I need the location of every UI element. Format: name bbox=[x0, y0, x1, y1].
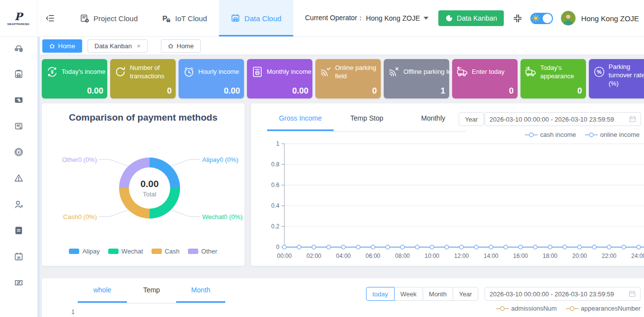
flow-date-range-picker[interactable]: 2026-03-10 00:00:00 - 2026-03-10 23:59:5… bbox=[485, 287, 641, 301]
stat-card-label: Online parking field bbox=[335, 63, 380, 81]
range-button-today[interactable]: today bbox=[366, 287, 395, 301]
legend-label: admissionsNum bbox=[511, 305, 556, 312]
legend-item-wechat[interactable]: Wechat bbox=[108, 248, 143, 255]
sidebar-item-member-user[interactable] bbox=[14, 199, 24, 209]
sidebar-item-billing-invoice[interactable]: ¥ bbox=[14, 121, 24, 131]
stat-card-value: 1 bbox=[441, 86, 445, 96]
calendar-icon bbox=[629, 116, 636, 123]
sidebar-item-ledger-register[interactable] bbox=[14, 225, 24, 235]
sidebar-item-coupon-ticket[interactable] bbox=[14, 278, 24, 287]
collapse-menu-icon[interactable] bbox=[45, 13, 55, 23]
project-cloud-icon bbox=[80, 13, 90, 23]
tab-temp-stop[interactable]: Temp Stop bbox=[334, 113, 400, 131]
vehicle-flow-panel: whole Temp Month today Week Month Year 2… bbox=[42, 278, 644, 317]
sidebar-item-toll-coin[interactable]: ¥ bbox=[14, 147, 24, 157]
nav-item-label: Project Cloud bbox=[93, 14, 138, 23]
clipboard-car-icon bbox=[14, 69, 24, 79]
nav-item-project-cloud[interactable]: Project Cloud bbox=[68, 0, 150, 36]
svg-text:¥: ¥ bbox=[18, 150, 20, 155]
pie-chart-icon bbox=[445, 14, 453, 22]
sidebar-item-parking-record[interactable] bbox=[14, 69, 24, 79]
stat-card-label: Today's appearance bbox=[540, 63, 585, 81]
legend-item-other[interactable]: Other bbox=[188, 248, 217, 255]
svg-text:20:00: 20:00 bbox=[572, 253, 587, 259]
sidebar-item-alarm-warning[interactable] bbox=[14, 173, 24, 183]
line-marker-icon bbox=[585, 132, 598, 137]
svg-text:0.8: 0.8 bbox=[271, 161, 279, 168]
legend-item-alipay[interactable]: Alipay bbox=[69, 248, 99, 255]
workspace-tab-data-kanban[interactable]: Data Kanban × bbox=[88, 39, 148, 53]
legend-swatch bbox=[69, 249, 79, 254]
user-avatar[interactable] bbox=[561, 11, 576, 26]
workspace-tab-home-active[interactable]: Home bbox=[42, 39, 82, 53]
legend-item-cash-income[interactable]: cash income bbox=[525, 131, 576, 138]
close-icon[interactable]: × bbox=[137, 42, 141, 50]
theme-toggle[interactable] bbox=[530, 13, 553, 24]
chevron-down-icon[interactable] bbox=[424, 17, 429, 20]
data-kanban-button[interactable]: Data Kanban bbox=[438, 10, 504, 26]
payment-panel-title: Comparison of payment methods bbox=[42, 112, 245, 123]
donut-center: 0.00 Total bbox=[129, 167, 170, 209]
stat-card-label: Offline parking lot bbox=[403, 63, 449, 81]
legend-swatch bbox=[108, 249, 119, 254]
sidebar-scrollbar[interactable] bbox=[37, 37, 40, 317]
workspace-tab-label: Data Kanban bbox=[94, 42, 132, 50]
refresh-icon bbox=[114, 65, 127, 78]
legend-item-online-income[interactable]: online income bbox=[585, 131, 640, 138]
flow-range-buttons: today Week Month Year bbox=[366, 287, 478, 301]
line-marker-icon bbox=[525, 132, 538, 137]
wifi-x-icon bbox=[388, 65, 400, 78]
logo-monogram: P bbox=[15, 11, 23, 22]
tab-temp[interactable]: Temp bbox=[127, 285, 176, 303]
coin-yen-icon: ¥ bbox=[14, 147, 24, 157]
exit-fullscreen-icon[interactable] bbox=[513, 13, 522, 23]
register-book-icon bbox=[14, 225, 24, 235]
line-marker-icon bbox=[566, 306, 579, 311]
svg-text:30: 30 bbox=[17, 256, 21, 259]
stat-card-value: 0 bbox=[509, 86, 514, 96]
donut-total-value: 0.00 bbox=[141, 179, 159, 190]
sidebar-item-vehicle-service[interactable] bbox=[14, 43, 24, 53]
range-button-week[interactable]: Week bbox=[394, 287, 423, 301]
sidebar-item-monthly-calendar[interactable]: 30 bbox=[14, 252, 24, 261]
svg-text:18:00: 18:00 bbox=[543, 253, 557, 259]
pass-card-icon bbox=[14, 95, 24, 105]
stat-card-label: Parking turnover rate (%) bbox=[609, 63, 644, 88]
stat-card-label: Today's income () bbox=[61, 63, 107, 81]
sidebar-item-pass-card[interactable] bbox=[14, 95, 24, 105]
svg-text:0: 0 bbox=[276, 244, 279, 251]
legend-item-cash[interactable]: Cash bbox=[152, 248, 180, 255]
username[interactable]: Hong Kong ZOJE bbox=[581, 14, 639, 23]
legend-item-appearances[interactable]: appearancesNumber bbox=[566, 305, 641, 312]
legend-item-admissions[interactable]: admissionsNum bbox=[496, 305, 556, 312]
alarm-clock-icon bbox=[183, 65, 195, 78]
date-range-value: 2026-03-10 00:00:00 - 2026-03-10 23:59:5… bbox=[490, 116, 614, 123]
income-line-chart: 00.20.40.60.8100:0002:0004:0006:0008:001… bbox=[251, 138, 644, 266]
nav-item-iot-cloud[interactable]: P IoT Cloud bbox=[150, 0, 219, 36]
stat-card-label: Hourly income bbox=[198, 63, 244, 81]
tab-gross-income[interactable]: Gross Income bbox=[267, 113, 334, 131]
income-date-range-picker[interactable]: 2026-03-10 00:00:00 - 2026-03-10 23:59:5… bbox=[485, 112, 641, 126]
stat-card-enter-today: Enter today 0 bbox=[452, 59, 518, 98]
user-icon bbox=[14, 199, 24, 209]
callout-cash: Cash0 (0%) bbox=[63, 213, 97, 221]
flow-chart-ytick: 1 bbox=[71, 309, 75, 316]
nav-item-label: Data Cloud bbox=[245, 14, 281, 23]
current-operator-value[interactable]: Hong Kong ZOJE bbox=[366, 14, 420, 22]
legend-label: Wechat bbox=[122, 248, 143, 255]
callout-alipay: Alipay0 (0%) bbox=[202, 156, 239, 163]
tab-month[interactable]: Month bbox=[176, 285, 225, 303]
stat-card-label: Enter today bbox=[472, 63, 517, 81]
workspace-tab-label: Home bbox=[177, 42, 194, 50]
percent-badge-icon: % bbox=[593, 65, 606, 78]
tab-monthly[interactable]: Monthly bbox=[400, 113, 466, 131]
range-button-month[interactable]: Month bbox=[423, 287, 453, 301]
range-button-year[interactable]: Year bbox=[453, 287, 478, 301]
month-document-icon bbox=[251, 65, 264, 78]
nav-item-label: IoT Cloud bbox=[175, 14, 207, 23]
tab-whole[interactable]: whole bbox=[78, 285, 127, 303]
workspace-tab-home[interactable]: Home bbox=[161, 39, 201, 53]
nav-item-data-cloud[interactable]: Data Cloud bbox=[219, 0, 293, 36]
year-range-button[interactable]: Year bbox=[459, 112, 484, 126]
stat-card-value: 0 bbox=[372, 86, 377, 96]
